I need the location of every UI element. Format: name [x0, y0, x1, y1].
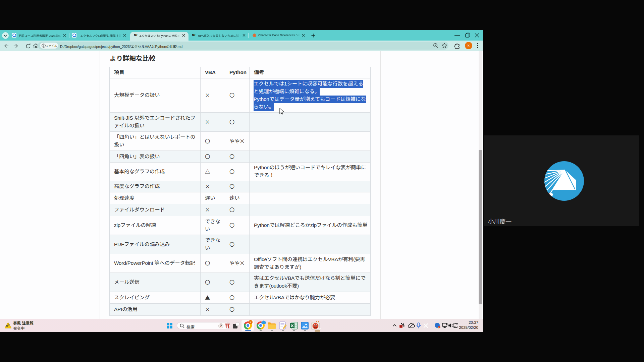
svg-text:FW: FW [318, 327, 321, 329]
